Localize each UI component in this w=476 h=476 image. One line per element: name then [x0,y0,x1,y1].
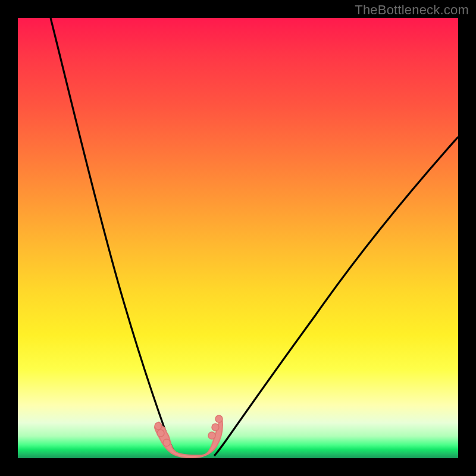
plot-area [18,18,458,458]
plot-svg [18,18,458,458]
right-curve [214,137,458,456]
attribution-label: TheBottleneck.com [355,2,469,18]
bead [155,422,162,430]
bead [157,430,164,437]
bead [215,415,223,422]
chart-frame: TheBottleneck.com [0,0,476,476]
bead [208,432,215,439]
bead [163,439,170,446]
bead [212,424,219,431]
left-curve [51,18,176,455]
